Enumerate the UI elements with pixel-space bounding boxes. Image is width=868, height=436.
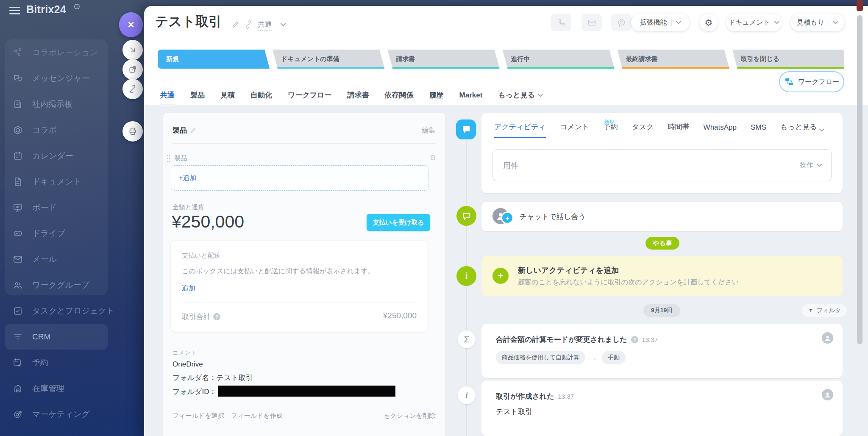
sidebar-item-boards[interactable]: ボード	[5, 194, 145, 220]
edit-title-icon[interactable]	[231, 20, 240, 29]
select-field-link[interactable]: フィールドを選択	[172, 412, 224, 420]
tab-history[interactable]: 履歴	[429, 86, 444, 106]
chat-avatar: +	[492, 208, 512, 225]
deal-total-label: 取引合計 ?	[182, 312, 220, 322]
add-activity-card[interactable]: + 新しいアクティビティを追加 顧客のことを忘れないように取引の次のアクションを…	[481, 256, 843, 296]
add-payment-link[interactable]: 追加	[182, 284, 195, 294]
todo-pill: やる事	[645, 237, 679, 250]
documents-button[interactable]: ドキュメント	[726, 14, 782, 31]
field-settings-gear-icon[interactable]: ⚙	[430, 153, 436, 162]
sidebar-item-workgroups[interactable]: ワークグループ	[5, 272, 145, 298]
deal-amount: ¥250,000	[172, 212, 244, 232]
stage-new[interactable]: 新規	[158, 50, 270, 69]
app-logo[interactable]: Bitrix24	[26, 3, 66, 16]
tab-quote[interactable]: 見積	[220, 86, 235, 106]
edit-link[interactable]: 編集	[422, 126, 435, 135]
divider	[182, 303, 417, 303]
tab-comment[interactable]: コメント	[560, 119, 590, 138]
entry-body: テスト取引	[496, 407, 532, 417]
sidebar-item-crm[interactable]: CRM	[5, 324, 108, 350]
help-icon[interactable]: ?	[631, 336, 638, 343]
author-avatar[interactable]	[822, 332, 833, 344]
drive-icon	[13, 228, 23, 239]
settings-button[interactable]: ⚙	[699, 14, 718, 31]
tab-invoice[interactable]: 請求書	[348, 86, 369, 106]
details-card: 製品 編集 製品 ⚙ +追加 金額と通貨 ¥250,000 支払いを受け取る 支…	[163, 113, 445, 436]
call-button[interactable]	[551, 14, 571, 31]
tab-timeline-more[interactable]: もっと見る	[780, 119, 825, 138]
open-new-window-button[interactable]	[122, 59, 143, 80]
stage-in-progress[interactable]: 進行中	[503, 50, 615, 69]
tab-more[interactable]: もっと見る	[498, 86, 543, 106]
tab-general[interactable]: 共通	[160, 86, 175, 106]
messenger-icon	[13, 73, 23, 83]
timeline-filter-button[interactable]: フィルタ	[802, 304, 847, 317]
chat-prompt-text: チャットで話し合う	[520, 212, 586, 222]
receive-payment-button[interactable]: 支払いを受け取る	[367, 214, 430, 231]
new-value-tag: 手動	[602, 351, 626, 364]
print-button[interactable]	[122, 121, 143, 142]
tab-workflow[interactable]: ワークフロー	[288, 86, 332, 106]
create-field-link[interactable]: フィールドを作成	[231, 412, 283, 420]
edit-section-icon[interactable]	[190, 127, 197, 133]
stage-document-preparation[interactable]: ドキュメントの準備	[273, 50, 384, 69]
help-icon[interactable]: ?	[213, 313, 220, 320]
tab-market[interactable]: Market	[459, 86, 483, 106]
sidebar-item-marketing[interactable]: マーケティング	[5, 401, 145, 427]
sidebar-item-drive[interactable]: ドライブ	[5, 220, 145, 246]
copy-link-button[interactable]	[122, 79, 143, 99]
delete-section-link[interactable]: セクションを削除	[384, 412, 435, 420]
sidebar-item-inventory[interactable]: 在庫管理	[5, 375, 145, 401]
actions-dropdown[interactable]: 操作	[800, 150, 822, 181]
sidebar-item-tasks[interactable]: タスクとプロジェクト	[5, 298, 145, 324]
sidebar-item-mail[interactable]: メール	[5, 246, 145, 272]
entry-time: 13:37	[558, 393, 574, 400]
menu-toggle-icon[interactable]	[9, 7, 20, 14]
tab-activity[interactable]: アクティビティ	[494, 119, 546, 138]
sidebar-item-partial[interactable]	[5, 427, 145, 436]
author-avatar[interactable]	[822, 389, 833, 400]
stage-invoice[interactable]: 請求書	[387, 50, 499, 69]
divider	[172, 143, 436, 144]
tab-products[interactable]: 製品	[190, 86, 205, 106]
add-activity-subtitle: 顧客のことを忘れないように取引の次のアクションを計画してください	[518, 278, 739, 287]
drag-handle[interactable]	[167, 154, 170, 163]
stage-close-deal[interactable]: 取引を閉じる	[732, 50, 844, 69]
estimate-button[interactable]: 見積もり	[790, 14, 845, 31]
tab-whatsapp[interactable]: WhatsApp	[704, 119, 737, 138]
tab-sms[interactable]: SMS	[751, 119, 766, 138]
sidebar-item-calendar[interactable]: カレンダー	[5, 143, 145, 169]
people-icon	[13, 280, 23, 290]
timeline-entry-calc-mode: 合計金額の計算モードが変更されました ? 13:37 商品価格を使用して自動計算…	[481, 324, 843, 378]
tab-dependencies[interactable]: 依存関係	[385, 86, 414, 106]
pipeline-selector[interactable]: 共通	[258, 19, 272, 31]
chevron-down-icon	[817, 164, 822, 167]
workflow-button[interactable]: ワークフロー	[779, 71, 844, 92]
subject-input[interactable]	[502, 150, 707, 182]
close-slider-button[interactable]: ×	[119, 12, 143, 37]
email-button[interactable]	[581, 14, 602, 31]
sidebar-item-booking[interactable]: 予約	[5, 350, 145, 375]
copy-deal-link-icon[interactable]	[244, 20, 253, 29]
chevron-down-icon	[676, 21, 681, 24]
collapse-button[interactable]	[122, 40, 143, 60]
tab-timezone[interactable]: 時間帯	[668, 119, 690, 138]
deal-tabs: 共通 製品 見積 自動化 ワークフロー 請求書 依存関係 履歴 Market も…	[160, 86, 543, 106]
feed-icon	[13, 99, 23, 109]
tab-automation[interactable]: 自動化	[250, 86, 272, 106]
deal-slider-panel: テスト取引 共通 拡張機能 ⚙ ドキュメント 見積もり 新規 ドキュメントの準備…	[144, 6, 868, 436]
stage-final-invoice[interactable]: 最終請求書	[618, 50, 729, 69]
sidebar-item-company-feed[interactable]: 社内掲示板	[5, 91, 145, 117]
chat-prompt-card[interactable]: + チャットで話し合う	[481, 202, 843, 231]
chat-button[interactable]	[611, 14, 632, 31]
add-product-box[interactable]: +追加	[171, 165, 428, 191]
marketing-icon	[13, 409, 23, 419]
sidebar-item-documents[interactable]: ドキュメント	[5, 169, 145, 194]
extensions-button[interactable]: 拡張機能	[631, 14, 690, 31]
tab-booking[interactable]: 新規予約	[603, 119, 618, 138]
payment-shipping-card: 支払いと配送 このボックスには支払いと配送に関する情報が表示されます。 追加 取…	[171, 241, 428, 332]
external-link-icon	[128, 65, 137, 74]
tab-task[interactable]: タスク	[632, 119, 654, 138]
scrollbar-thumb[interactable]	[857, 15, 862, 344]
old-value-tag: 商品価格を使用して自動計算	[496, 351, 585, 364]
